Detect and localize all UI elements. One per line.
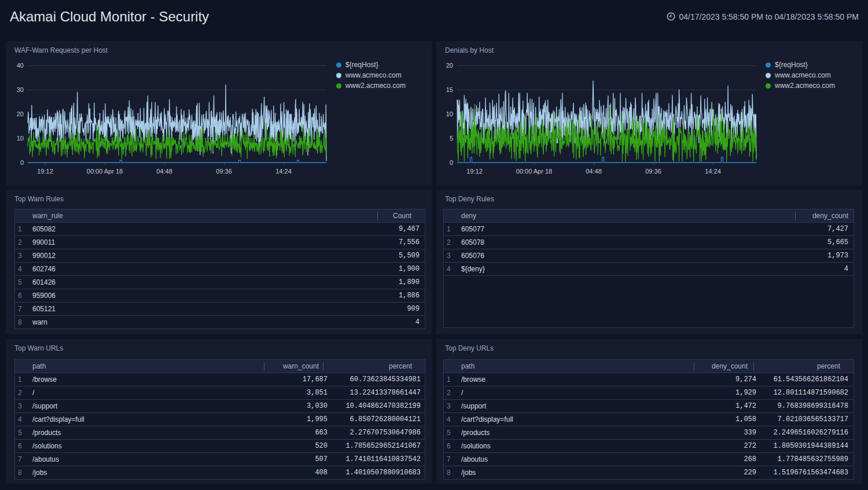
svg-text:20: 20 bbox=[446, 62, 453, 69]
svg-text:00:00 Apr 18: 00:00 Apr 18 bbox=[516, 168, 552, 175]
svg-text:0: 0 bbox=[20, 159, 24, 166]
svg-text:10: 10 bbox=[17, 135, 24, 142]
svg-text:14:24: 14:24 bbox=[275, 168, 292, 175]
svg-text:30: 30 bbox=[17, 86, 24, 93]
svg-text:40: 40 bbox=[17, 62, 24, 69]
svg-text:09:36: 09:36 bbox=[645, 168, 661, 175]
svg-text:15: 15 bbox=[446, 86, 453, 93]
svg-text:19:12: 19:12 bbox=[37, 168, 53, 175]
svg-text:00:00 Apr 18: 00:00 Apr 18 bbox=[87, 168, 123, 175]
svg-text:5: 5 bbox=[450, 135, 453, 142]
svg-text:10: 10 bbox=[446, 110, 453, 117]
svg-text:09:36: 09:36 bbox=[216, 168, 232, 175]
svg-text:14:24: 14:24 bbox=[705, 168, 721, 175]
svg-text:0: 0 bbox=[450, 159, 453, 166]
svg-text:04:48: 04:48 bbox=[156, 168, 172, 175]
svg-text:19:12: 19:12 bbox=[466, 168, 483, 175]
svg-text:20: 20 bbox=[17, 110, 24, 117]
svg-text:04:48: 04:48 bbox=[586, 168, 602, 175]
